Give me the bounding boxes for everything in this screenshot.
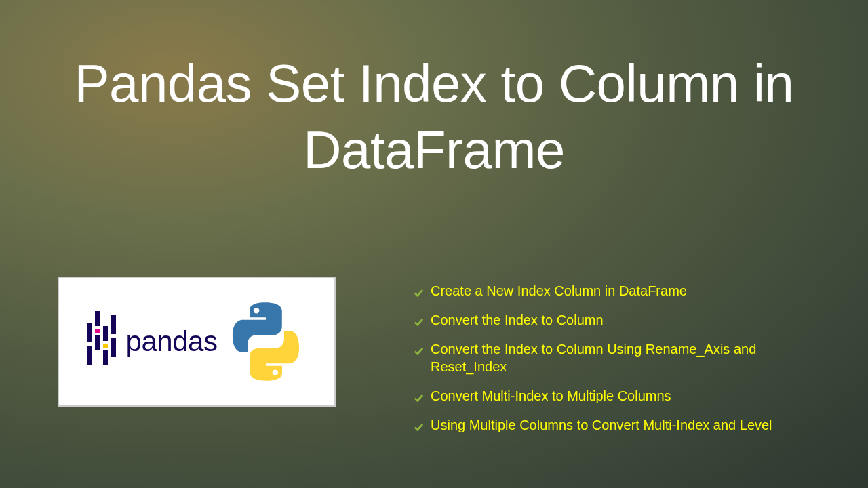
bullet-text: Create a New Index Column in DataFrame bbox=[431, 282, 814, 300]
pandas-bars-icon bbox=[87, 311, 117, 372]
check-icon bbox=[414, 314, 424, 324]
logo-container: pandas bbox=[58, 277, 336, 407]
python-logo-icon bbox=[225, 301, 307, 382]
slide-title: Pandas Set Index to Column in DataFrame bbox=[0, 51, 868, 183]
check-icon bbox=[414, 285, 424, 295]
check-icon bbox=[414, 419, 424, 429]
pandas-text: pandas bbox=[126, 325, 218, 358]
bullet-text: Convert the Index to Column bbox=[431, 311, 814, 329]
list-item: Convert Multi-Index to Multiple Columns bbox=[414, 387, 814, 405]
pandas-logo: pandas bbox=[87, 311, 218, 372]
check-icon bbox=[414, 343, 424, 353]
bullet-text: Convert the Index to Column Using Rename… bbox=[431, 340, 814, 375]
bullet-text: Convert Multi-Index to Multiple Columns bbox=[431, 387, 814, 405]
list-item: Create a New Index Column in DataFrame bbox=[414, 282, 814, 300]
check-icon bbox=[414, 390, 424, 400]
list-item: Convert the Index to Column bbox=[414, 311, 814, 329]
bullet-list: Create a New Index Column in DataFrame C… bbox=[414, 282, 814, 445]
bullet-text: Using Multiple Columns to Convert Multi-… bbox=[431, 416, 814, 434]
list-item: Using Multiple Columns to Convert Multi-… bbox=[414, 416, 814, 434]
list-item: Convert the Index to Column Using Rename… bbox=[414, 340, 814, 375]
